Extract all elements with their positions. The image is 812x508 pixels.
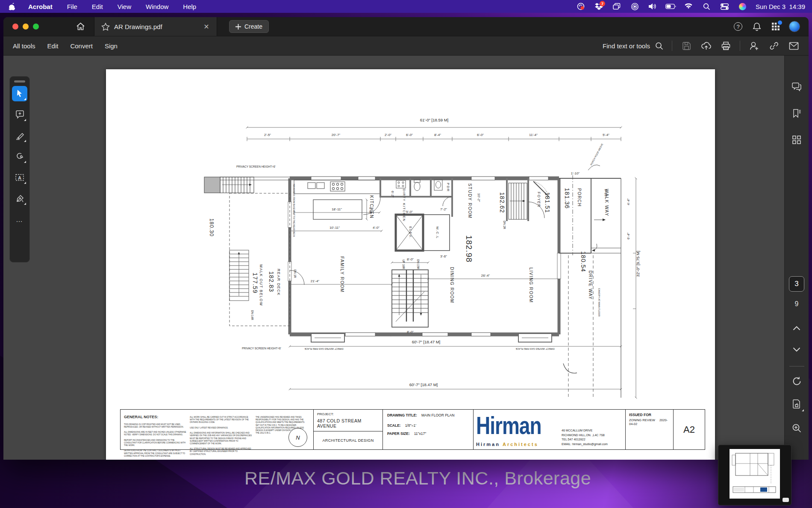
fit-page-button[interactable] (790, 398, 803, 411)
convert-tab[interactable]: Convert (70, 42, 93, 50)
room-label-dirty-kitchen: DIRTY KITCHEN (402, 189, 406, 222)
issued-for-label: ISSUED FOR (629, 413, 670, 417)
zoom-window-button[interactable] (33, 24, 39, 30)
comments-panel-button[interactable] (790, 80, 803, 93)
save-icon (682, 41, 691, 50)
close-window-button[interactable] (12, 24, 18, 30)
email-button[interactable] (788, 40, 799, 51)
draw-tool-button[interactable] (12, 149, 27, 164)
zoom-in-button[interactable] (790, 422, 803, 434)
rotate-page-button[interactable] (790, 375, 803, 387)
stair-label-dn15r: DN 15R (417, 259, 420, 269)
account-avatar[interactable] (789, 21, 800, 32)
minimize-window-button[interactable] (23, 24, 29, 30)
room-label-elev: ELEV. (409, 226, 412, 239)
wifi-icon[interactable] (681, 0, 696, 13)
dropbox-badge: 7 (600, 1, 605, 6)
edit-tab[interactable]: Edit (47, 42, 59, 50)
request-signature-button[interactable] (749, 40, 760, 51)
dim-right-main: 32'-0" [9.75 M] (635, 251, 640, 277)
save-button[interactable] (681, 40, 692, 51)
dim: 6'-0" (477, 133, 484, 137)
title-block: GENERAL NOTES: THIS DRAWING IS COPYRIGHT… (120, 409, 705, 450)
dropbox-icon[interactable]: 7 (591, 0, 606, 13)
room-label-rear-deck: REAR DECK (277, 269, 281, 295)
volume-icon[interactable] (645, 0, 660, 13)
pdf-page[interactable]: 61'-0" [18.59 M] 60'-7" [18.47 M] 60'-7"… (106, 69, 715, 460)
battery-icon[interactable] (663, 0, 678, 13)
print-button[interactable] (720, 40, 731, 51)
dim: 1'-10" (571, 171, 580, 175)
hirman-logo-sub2: Architects (503, 442, 538, 447)
find-tools-button[interactable]: Find text or tools (603, 42, 663, 50)
create-button[interactable]: Create (229, 20, 269, 33)
menu-help[interactable]: Help (176, 0, 203, 13)
text-box-tool-button[interactable]: A (12, 170, 27, 185)
bookmarks-panel-button[interactable] (790, 107, 803, 120)
window-stack-icon[interactable] (609, 0, 624, 13)
floor-plan-drawing: 61'-0" [18.59 M] 60'-7" [18.47 M] 60'-7"… (106, 69, 715, 407)
previous-page-button[interactable] (790, 322, 803, 334)
brokerage-watermark: RE/MAX GOLD REALTY INC., Brokerage (244, 468, 591, 489)
highlight-tool-button[interactable] (12, 128, 27, 143)
menu-view[interactable]: View (110, 0, 138, 13)
floating-thumbnail-window[interactable] (718, 445, 791, 505)
siri-icon[interactable] (735, 0, 750, 13)
thumbnail-plan-sketch (730, 449, 780, 499)
room-label-foyer: FOYER (537, 192, 541, 208)
menu-window[interactable]: Window (138, 0, 176, 13)
document-tab[interactable]: AR Drawings.pdf ✕ (94, 17, 217, 36)
app-toolbar: All tools Edit Convert Sign Find text or… (3, 36, 809, 56)
architect-logo-cell: Hirman Hirman Architects 46 MCCALLUM DRI… (474, 410, 626, 449)
select-tool-button[interactable] (12, 86, 27, 101)
thumbnail-resize-handle[interactable] (783, 498, 789, 502)
menu-file[interactable]: File (60, 0, 85, 13)
dim: 4'-4" (627, 198, 630, 205)
dim: 5'-0" (406, 210, 413, 214)
dim: 5'-4" (603, 133, 609, 137)
spotlight-icon[interactable] (699, 0, 714, 13)
share-link-button[interactable] (768, 40, 780, 51)
app-launcher-button[interactable] (770, 21, 781, 32)
comment-tool-button[interactable] (12, 107, 27, 122)
notification-dot (778, 21, 782, 25)
menu-edit[interactable]: Edit (85, 0, 110, 13)
menu-acrobat[interactable]: Acrobat (21, 0, 60, 13)
rail-drag-handle[interactable] (14, 80, 25, 83)
elevation-180-30: 180.30 (209, 219, 215, 237)
stair-label-dn14r: DN 14R (251, 310, 254, 320)
notifications-button[interactable] (751, 21, 762, 32)
control-center-icon[interactable] (717, 0, 732, 13)
screen-mirroring-icon[interactable] (627, 0, 642, 13)
fill-sign-tool-button[interactable] (12, 191, 27, 206)
more-tools-button[interactable]: … (12, 212, 27, 227)
help-button[interactable]: ? (733, 21, 744, 32)
dim: 6'-0" (406, 133, 413, 137)
next-page-button[interactable] (790, 343, 803, 356)
sign-tab[interactable]: Sign (105, 42, 118, 50)
note-canopy: CANOPY AT MAIN FLOOR (598, 288, 600, 317)
star-favorite-icon[interactable] (101, 23, 110, 31)
menu-bar-clock[interactable]: Sun Dec 3 14:39 (753, 3, 805, 10)
apple-menu[interactable] (0, 3, 21, 10)
room-label-dining: DINING ROOM (450, 267, 454, 303)
dim: 3'-6" (440, 254, 447, 258)
bookmark-icon (792, 109, 801, 118)
notification-app-icon[interactable] (574, 0, 588, 13)
architect-email: EMAIL: hirman_studio@gmail.com (562, 442, 608, 447)
home-button[interactable] (72, 17, 89, 36)
all-tools-tab[interactable]: All tools (13, 42, 35, 50)
dim: 8'-4" (434, 133, 441, 137)
svg-text:A: A (18, 175, 21, 180)
search-icon (655, 42, 663, 50)
stair-label-dn1r: DN 1R (294, 269, 297, 278)
plus-icon (235, 24, 241, 30)
home-icon (76, 22, 85, 31)
dim-bottom-main: 60'-7" [18.47 M] (412, 340, 440, 344)
page-thumbnails-button[interactable] (790, 133, 803, 146)
scale-label: SCALE: (387, 423, 401, 428)
share-upload-button[interactable] (700, 40, 712, 51)
general-notes-cell: GENERAL NOTES: THIS DRAWING IS COPYRIGHT… (121, 410, 314, 449)
current-page-input[interactable]: 3 (789, 276, 804, 292)
tab-close-icon[interactable]: ✕ (201, 21, 212, 32)
